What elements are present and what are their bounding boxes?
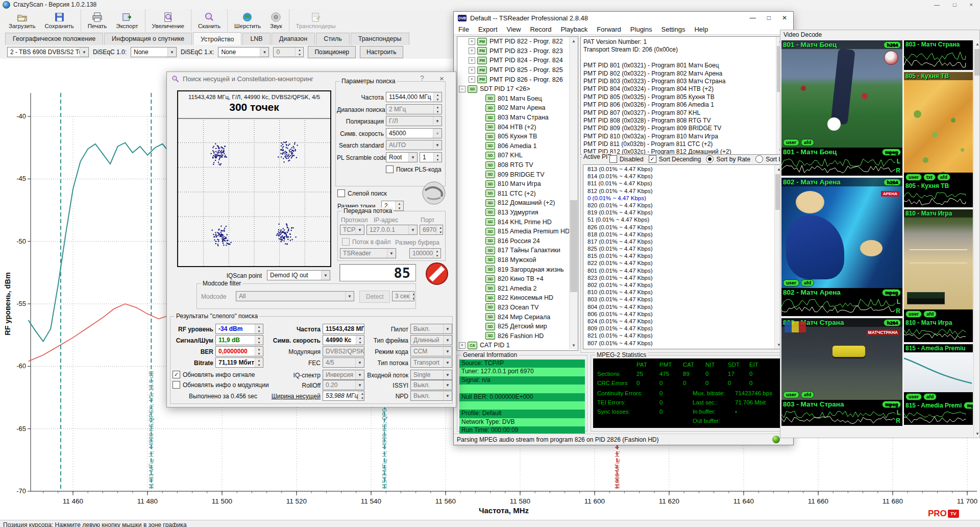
iq-spectrum-select[interactable]: Инверсия▼: [323, 370, 364, 380]
pls-search-checkbox[interactable]: Поиск PLS-кода: [386, 165, 442, 173]
tree-item[interactable]: SD 816 Россия 24: [457, 236, 578, 246]
polarization-select[interactable]: Г/Л▼: [386, 116, 442, 126]
video-tile-810[interactable]: 810 - Матч Игра userafd 810 - Матч Игра: [904, 209, 973, 342]
maximize-button[interactable]: □: [767, 14, 771, 21]
menu-item[interactable]: View: [502, 26, 526, 33]
tree-expand-icon[interactable]: −: [459, 86, 465, 92]
tree-item[interactable]: SD 814 KHL Prime HD: [457, 217, 578, 227]
scroll-up-icon[interactable]: ▲: [570, 37, 578, 45]
tree-item[interactable]: SD 824 Мир Сериала: [457, 312, 578, 322]
close-button[interactable]: ✕: [782, 14, 787, 21]
pid-row[interactable]: 817 (0.01% ~ 4.47 Kbps): [587, 238, 782, 246]
active-pids-list[interactable]: 813 (0.01% ~ 4.47 Kbps)814 (0.01% ~ 4.47…: [583, 164, 783, 349]
fec-select[interactable]: 4/5▼: [323, 357, 364, 368]
tree-item[interactable]: SD 807 KHL: [457, 151, 578, 160]
video-tile-801[interactable]: 801 - Матч Боецh264 userafd 801 - Матч Б…: [781, 40, 902, 176]
tree-item[interactable]: SD 805 Кухня ТВ: [457, 132, 578, 141]
tab[interactable]: Информация о спутнике: [104, 33, 192, 45]
tree-item[interactable]: SD 819 Загородная жизнь: [457, 265, 578, 274]
pid-row[interactable]: 820 (0.01% ~ 4.47 Kbps): [587, 202, 782, 209]
minimize-button[interactable]: —: [934, 2, 940, 8]
tab[interactable]: Географическое положение: [5, 33, 103, 45]
pid-row[interactable]: 818 (0.01% ~ 4.47 Kbps): [587, 231, 782, 238]
scroll-up-icon[interactable]: ▲: [974, 40, 980, 48]
tree-item[interactable]: SD 815 Amedia Premium HD: [457, 227, 578, 236]
pid-row[interactable]: 821 (0.01% ~ 4.47 Kbps): [587, 332, 782, 340]
tree-item[interactable]: SD 825 Детский мир: [457, 322, 578, 331]
tree-item[interactable]: SD 806 Amedia 1: [457, 141, 578, 151]
pid-row[interactable]: 804 (0.01% ~ 4.47 Kbps): [587, 304, 782, 311]
tree-expand-icon[interactable]: +: [469, 47, 475, 54]
menu-item[interactable]: Record: [525, 26, 556, 33]
tree-item[interactable]: SD 822 Киносемья HD: [457, 293, 578, 303]
toolbar-button[interactable]: Печать: [83, 9, 112, 32]
tree-item[interactable]: SD 802 Матч Арена: [457, 103, 578, 113]
toolbar-button[interactable]: Звук: [265, 9, 289, 32]
menu-item[interactable]: Help: [690, 26, 713, 33]
diseqc10-select[interactable]: None▼: [131, 47, 177, 57]
issyi-select[interactable]: Выкл.▼: [410, 380, 452, 390]
minimize-button[interactable]: —: [750, 14, 756, 21]
pid-row[interactable]: 810 (0.01% ~ 4.47 Kbps): [587, 289, 782, 296]
pilot-select[interactable]: Выкл.▼: [410, 324, 452, 334]
tree-item[interactable]: SD 801 Матч Боец: [457, 94, 578, 104]
blind-search-checkbox[interactable]: Слепой поиск: [337, 189, 387, 197]
toolbar-button[interactable]: Сохранить: [40, 9, 81, 32]
pid-row[interactable]: 809 (0.01% ~ 4.47 Kbps): [587, 325, 782, 332]
bitrate-field[interactable]: 71,119 Мбит▲▼: [215, 357, 263, 368]
tree-expand-icon[interactable]: +: [469, 67, 475, 74]
video-tile-803[interactable]: 803 - Матч Странаh264 МАТЧСТРАНА userafd…: [781, 318, 902, 426]
disabled-checkbox[interactable]: Disabled: [609, 155, 644, 163]
pl-scramble-value[interactable]: 1▲▼: [420, 152, 442, 162]
pid-row[interactable]: 812 (0.01% ~ 4.47 Kbps): [587, 188, 782, 195]
video-decode-scrollbar[interactable]: ▲ ▼: [973, 40, 980, 438]
close-button[interactable]: ×: [970, 2, 973, 8]
frequency-input[interactable]: 11544,000 МГц▲▼: [386, 92, 442, 102]
tree-item[interactable]: + PM PMT PID 826 - Progr. 826: [457, 75, 578, 84]
iqscan-point-select[interactable]: Demod IQ out▼: [267, 270, 330, 280]
tree-item[interactable]: − SD SDT PID 17 <26>: [457, 84, 578, 94]
maximize-button[interactable]: □: [953, 2, 957, 8]
tree-item[interactable]: SD 804 НТВ (+2): [457, 122, 578, 132]
tree-item[interactable]: SD 818 Мужской: [457, 255, 578, 265]
tree-item[interactable]: + PM PMT PID 825 - Progr. 825: [457, 65, 578, 75]
tree-item[interactable]: + PM PMT PID 822 - Progr. 822: [457, 37, 578, 46]
modulation-select[interactable]: DVBS2/QPSK▼: [323, 346, 364, 356]
tab[interactable]: Транспондеры: [351, 33, 409, 45]
scroll-down-icon[interactable]: ▼: [570, 341, 578, 349]
menu-item[interactable]: Playback: [556, 26, 592, 33]
toolbar-button[interactable]: Загрузить: [4, 9, 40, 32]
search-standard-select[interactable]: AUTO▼: [386, 140, 442, 150]
diseqc1x-select[interactable]: None▼: [218, 47, 269, 57]
pid-row[interactable]: 819 (0.01% ~ 4.47 Kbps): [587, 209, 782, 217]
menu-item[interactable]: Plugins: [626, 26, 657, 33]
pl-scramble-mode-select[interactable]: Root▼: [386, 152, 418, 162]
ber-field[interactable]: 0,0000000▲▼: [215, 346, 263, 356]
tree-item[interactable]: + PM PMT PID 823 - Progr. 823: [457, 46, 578, 56]
sort-descending-checkbox[interactable]: ✓Sort Decending: [649, 155, 701, 163]
rolloff-select[interactable]: 0.20▼: [323, 380, 364, 390]
code-mode-select[interactable]: CCM▼: [410, 346, 452, 356]
tree-item[interactable]: + PM PMT PID 824 - Progr. 824: [457, 56, 578, 65]
pid-row[interactable]: 51 (0.01% ~ 4.47 Kbps): [587, 217, 782, 224]
pid-row[interactable]: 802 (0.01% ~ 4.47 Kbps): [587, 282, 782, 289]
found-frequency-field[interactable]: 11543,428 МГц▲▼: [323, 324, 364, 334]
tree-item[interactable]: SD 809 BRIDGE TV: [457, 170, 578, 179]
pid-row[interactable]: 824 (0.01% ~ 4.47 Kbps): [587, 318, 782, 325]
tree-item[interactable]: SD 823 Ocean TV: [457, 303, 578, 313]
globe-icon[interactable]: [421, 180, 447, 206]
toolbar-button[interactable]: Экспорт: [111, 9, 145, 32]
pid-row[interactable]: 811 (0.01% ~ 4.47 Kbps): [587, 180, 782, 187]
input-stream-select[interactable]: Single▼: [410, 370, 452, 380]
menu-item[interactable]: Settings: [656, 26, 690, 33]
sort-by-rate-radio[interactable]: Sort by Rate: [706, 155, 750, 163]
tree-expand-icon[interactable]: +: [459, 342, 465, 349]
symbol-rate-select[interactable]: 45000˅: [386, 128, 442, 138]
tree-item[interactable]: SD 812 Домашний (+2): [457, 198, 578, 208]
tree-expand-icon[interactable]: +: [469, 38, 475, 45]
tree-item[interactable]: + CA CAT PID 1: [457, 341, 578, 350]
tree-item[interactable]: SD 803 Матч Страна: [457, 113, 578, 123]
symbol-rate-field[interactable]: 44990 Кс▲▼: [323, 335, 364, 345]
tree-item[interactable]: SD 817 Тайны Галактики: [457, 246, 578, 255]
audio-tile-803[interactable]: 803 - Матч Страна: [904, 40, 973, 70]
